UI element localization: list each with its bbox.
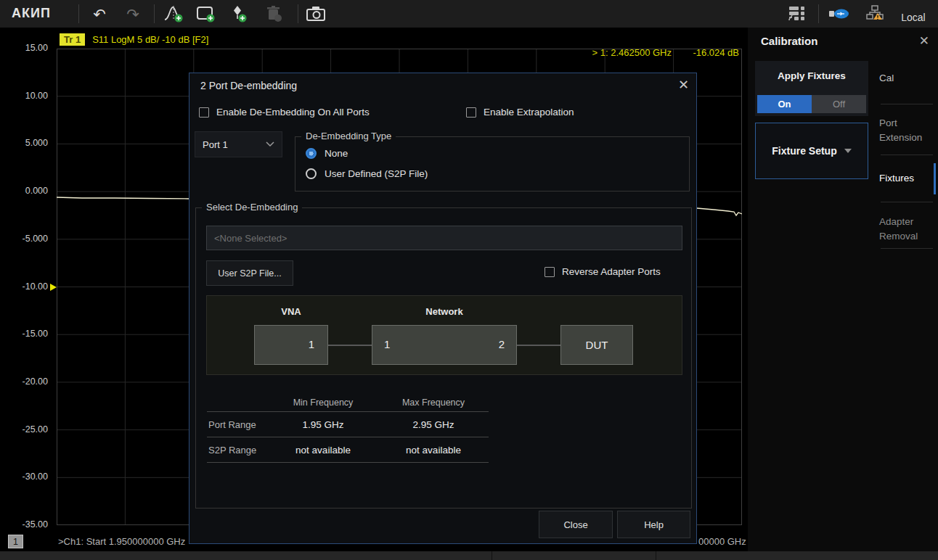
close-button[interactable]: Close xyxy=(539,511,613,538)
de-embedding-file-input[interactable] xyxy=(206,226,682,250)
usb-icon xyxy=(828,6,849,22)
undo-button[interactable]: ↶ xyxy=(89,4,110,24)
type-none-radio[interactable] xyxy=(306,148,317,159)
screenshot-icon xyxy=(306,4,326,23)
y-axis-tick-label: 0.000 xyxy=(7,186,48,196)
dialog-title: 2 Port De-embedding xyxy=(200,80,297,91)
redo-icon: ↷ xyxy=(126,7,139,22)
toolbar-separator xyxy=(818,4,819,23)
trace-bar: Tr 1 S11 LogM 5 dB/ -10 dB [F2] xyxy=(60,33,208,46)
toolbar: АКИП ↶ ↷ xyxy=(0,0,938,28)
network-diagram: VNA Network 1 1 2 DUT xyxy=(206,295,682,375)
y-axis-tick-label: -30.00 xyxy=(7,472,48,482)
brand-logo: АКИП xyxy=(12,6,51,21)
table-header-row: Min Frequency Max Frequency xyxy=(207,393,489,412)
screenshot-button[interactable] xyxy=(305,4,327,24)
marker-frequency: > 1: 2.462500 GHz xyxy=(592,47,672,58)
marker-value: -16.024 dB xyxy=(693,47,739,58)
port-range-min: 1.95 GHz xyxy=(268,419,378,430)
port-select-dropdown[interactable]: Port 1 xyxy=(195,131,282,157)
redo-button[interactable]: ↷ xyxy=(122,4,144,24)
apply-fixtures-group: Apply Fixtures On Off xyxy=(755,61,868,116)
enable-all-ports-checkbox[interactable] xyxy=(199,107,209,118)
vna-label: VNA xyxy=(254,306,328,317)
type-user-defined-radio[interactable] xyxy=(306,168,317,179)
enable-extrapolation-checkbox[interactable] xyxy=(466,107,476,118)
undo-icon: ↶ xyxy=(93,7,106,22)
trace-manager-button[interactable] xyxy=(786,4,808,24)
tab-fixtures[interactable]: Fixtures xyxy=(879,171,934,186)
tab-separator xyxy=(881,202,933,202)
strip-divider xyxy=(492,551,492,560)
port-range-label: Port Range xyxy=(207,419,268,430)
wire xyxy=(517,345,560,346)
s2p-range-min: not available xyxy=(268,445,378,456)
delete-button[interactable] xyxy=(263,4,285,24)
fixture-setup-dropdown[interactable]: Fixture Setup xyxy=(755,123,868,179)
tab-port-extension[interactable]: Port Extension xyxy=(879,116,934,144)
fixture-setup-label: Fixture Setup xyxy=(772,145,836,157)
add-window-button[interactable] xyxy=(195,4,216,24)
wire xyxy=(328,345,372,346)
trace-manager-icon xyxy=(787,4,807,23)
add-trace-icon xyxy=(163,4,184,23)
channel-badge[interactable]: 1 xyxy=(8,535,23,548)
y-axis-tick-label: -20.00 xyxy=(7,376,48,387)
user-s2p-file-button[interactable]: User S2P File... xyxy=(206,260,293,286)
y-axis-tick-label: -25.00 xyxy=(7,424,48,435)
reverse-adapter-label: Reverse Adapter Ports xyxy=(562,266,661,277)
vna-box: 1 xyxy=(254,325,328,365)
de-embedding-dialog: 2 Port De-embedding ✕ Enable De-Embeddin… xyxy=(189,73,697,544)
type-none-row: None xyxy=(306,148,348,159)
trace-info[interactable]: S11 LogM 5 dB/ -10 dB [F2] xyxy=(92,34,208,45)
add-trace-button[interactable] xyxy=(163,4,184,24)
s2p-range-max: not available xyxy=(378,445,489,456)
apply-fixtures-label: Apply Fixtures xyxy=(755,70,868,81)
enable-all-ports-row: Enable De-Embedding On All Ports xyxy=(199,107,370,118)
reverse-adapter-checkbox[interactable] xyxy=(545,267,555,277)
reference-level-marker-icon xyxy=(50,284,57,291)
port-select-value: Port 1 xyxy=(203,139,228,150)
network-label: Network xyxy=(372,306,517,317)
enable-extrapolation-label: Enable Extrapolation xyxy=(484,107,574,118)
reverse-adapter-row: Reverse Adapter Ports xyxy=(545,266,661,277)
toolbar-separator xyxy=(154,4,155,23)
de-embedding-type-legend: De-Embedding Type xyxy=(301,131,396,141)
enable-all-ports-label: Enable De-Embedding On All Ports xyxy=(216,107,370,118)
select-de-embedding-legend: Select De-Embedding xyxy=(202,202,302,213)
port-range-max: 2.95 GHz xyxy=(378,419,489,430)
type-none-label: None xyxy=(325,148,348,159)
add-marker-icon xyxy=(229,4,249,23)
toolbar-separator xyxy=(298,4,298,23)
lan-status-button[interactable] xyxy=(864,4,886,24)
apply-fixtures-off-button[interactable]: Off xyxy=(812,95,866,113)
tab-separator xyxy=(881,248,933,249)
add-marker-button[interactable] xyxy=(228,4,250,24)
dut-box: DUT xyxy=(560,325,633,365)
tab-cal[interactable]: Cal xyxy=(879,71,934,86)
add-window-icon xyxy=(195,4,216,23)
network-box: 1 2 xyxy=(372,325,517,365)
dialog-close-icon[interactable]: ✕ xyxy=(678,77,689,93)
y-axis-tick-label: -35.00 xyxy=(7,519,48,530)
table-row: S2P Range not available not available xyxy=(207,437,489,463)
tab-adapter-removal[interactable]: Adapter Removal xyxy=(879,215,934,243)
enable-extrapolation-row: Enable Extrapolation xyxy=(466,107,574,118)
active-tab-indicator xyxy=(934,163,936,194)
chevron-down-icon xyxy=(844,149,852,153)
trace-badge[interactable]: Tr 1 xyxy=(60,33,85,46)
marker-readout: > 1: 2.462500 GHz -16.024 dB xyxy=(57,47,742,59)
delete-icon xyxy=(264,4,283,23)
select-de-embedding-group: Select De-Embedding User S2P File... Rev… xyxy=(195,207,692,508)
tab-separator xyxy=(881,155,933,155)
apply-fixtures-on-button[interactable]: On xyxy=(757,95,812,113)
local-button[interactable]: Local xyxy=(894,7,932,28)
y-axis-tick-label: -15.00 xyxy=(7,329,48,339)
usb-status-button[interactable] xyxy=(828,4,849,24)
de-embedding-type-group: De-Embedding Type None User Defined (S2P… xyxy=(295,136,690,192)
type-user-defined-row: User Defined (S2P File) xyxy=(306,168,428,179)
tab-separator xyxy=(881,104,933,104)
lan-warning-icon xyxy=(865,4,884,23)
calibration-close-button[interactable]: ✕ xyxy=(919,33,929,49)
help-button[interactable]: Help xyxy=(617,511,690,538)
